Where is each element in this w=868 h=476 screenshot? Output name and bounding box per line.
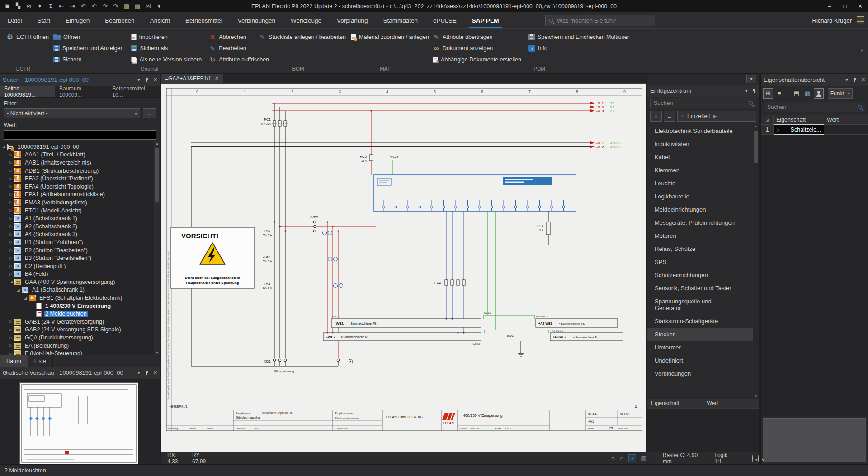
tree-item[interactable]: 1 400/230 V Einspeisung — [0, 302, 160, 310]
expander-icon[interactable]: ▷ — [777, 127, 780, 132]
menu-tab-verbindungen[interactable]: Verbindungen — [230, 12, 283, 28]
page-prev-icon[interactable]: ⇤ — [57, 3, 66, 9]
menu-tab-vorplanung[interactable]: Vorplanung — [329, 12, 375, 28]
list-item[interactable]: Spannungsquelle und Generator — [647, 295, 738, 315]
panel-close-icon[interactable]: ✕ — [153, 77, 157, 83]
sichern-button[interactable]: Sichern — [51, 54, 127, 65]
maximize-button[interactable]: □ — [837, 3, 853, 9]
table-corner[interactable]: ◢ — [761, 115, 774, 124]
tree-item[interactable]: ▷B4 (Feld) — [0, 270, 160, 278]
scroll-down-icon[interactable]: ▼ — [753, 394, 759, 398]
tree-item[interactable]: ▷B2 (Station "Bearbeiten") — [0, 246, 160, 254]
stueckliste-button[interactable]: Stückliste anlegen / bearbeiten — [256, 31, 349, 42]
close-button[interactable]: ✕ — [853, 3, 868, 9]
scrollbar-thumb[interactable] — [754, 131, 758, 163]
pin-icon[interactable] — [145, 370, 149, 376]
list-item[interactable]: Undefiniert — [647, 354, 759, 367]
menu-tab-bearbeiten[interactable]: Bearbeiten — [97, 12, 142, 28]
tree-item[interactable]: ◢EFS1 (Schaltplan Elektrotechnik) — [0, 294, 160, 302]
list-item[interactable]: Leuchte — [647, 177, 759, 190]
tree-item[interactable]: ▷AAA1 (Titel- / Deckblatt) — [0, 151, 160, 159]
home-button[interactable]: ⌂ — [650, 111, 662, 122]
properties-panel-titlebar[interactable]: Eigenschaftenübersicht ▾ ✕ — [761, 74, 868, 86]
column-header-wert[interactable]: Wert — [824, 115, 868, 124]
zoom-in-icon[interactable] — [752, 455, 753, 462]
menu-tab-werkzeuge[interactable]: Werkzeuge — [283, 12, 329, 28]
tab-seiten[interactable]: Seiten - 100009819... — [0, 86, 55, 97]
tab-bauraum[interactable]: Bauraum - 100009... — [55, 86, 108, 97]
category-list[interactable]: Elektrotechnik Sonderbauteile Induktivit… — [647, 124, 759, 399]
table-left-icon[interactable]: ▦ — [122, 3, 131, 9]
property-cell-selected[interactable]: ▷ Schaltzeic... — [774, 124, 824, 135]
minimize-button[interactable]: – — [822, 3, 837, 9]
list-item-selected[interactable]: Stecker — [647, 328, 759, 341]
tree-item[interactable]: ▷EFA4 (Übersicht Topologie) — [0, 183, 160, 191]
copy-page-button[interactable]: ▤ — [792, 88, 801, 99]
table-close-icon[interactable]: ☒ — [144, 3, 153, 9]
paste-page-button[interactable]: ▥ — [803, 88, 812, 99]
list-item[interactable]: Meldeeinrichtungen — [647, 203, 759, 216]
column-header-eigenschaft[interactable]: Eigenschaft — [647, 399, 703, 408]
back-button[interactable]: ← — [664, 111, 675, 122]
list-item[interactable]: SPS — [647, 255, 759, 269]
filter-dropdown[interactable]: - Nicht aktiviert - ▾ — [4, 108, 140, 118]
list-item[interactable]: Elektrotechnik Sonderbauteile — [647, 124, 759, 137]
speichern-und-anzeigen-button[interactable]: Speichern und Anzeigen — [51, 42, 127, 54]
menu-tab-start[interactable]: Start — [30, 12, 58, 28]
preview-panel-titlebar[interactable]: Grafische Vorschau - 1000098191-epl-000_… — [0, 367, 160, 379]
menu-tab-betriebsmittel[interactable]: Betriebsmittel — [178, 12, 230, 28]
material-zuordnen-button[interactable]: Material zuordnen / anlegen — [348, 31, 432, 42]
table-row[interactable]: 1 ▷ Schaltzeic... — [761, 124, 868, 135]
document-tab[interactable]: =GAA+A1&EFS1/1 ✕ — [161, 74, 223, 83]
tab-betriebsmittel[interactable]: Betriebsmittel - 10... — [108, 86, 160, 97]
tree-item[interactable]: ▷A1 (Schaltschrank 1) — [0, 214, 160, 222]
column-header-wert[interactable]: Wert — [703, 399, 760, 408]
value-cell[interactable] — [824, 124, 868, 135]
tree-item[interactable]: ▷B3 (Station "Bereitstellen") — [0, 254, 160, 262]
tree-item[interactable]: ▷EPA1 (Artikelsummenstückliste) — [0, 191, 160, 199]
pin-icon[interactable] — [853, 77, 857, 83]
redo-marker-icon[interactable]: ↷ — [111, 3, 120, 9]
import-box-icon[interactable]: ↧ — [46, 3, 55, 9]
panel-dropdown-icon[interactable]: ▾ — [137, 370, 140, 376]
grid-toggle-icon[interactable]: ▦ — [641, 455, 646, 462]
menu-tab-sap-plm[interactable]: SAP PLM — [464, 12, 507, 28]
undo-marker-icon[interactable]: ↶ — [79, 3, 88, 9]
menu-tab-ansicht[interactable]: Ansicht — [142, 12, 178, 28]
tree-item[interactable]: ◢A1 (Schaltschrank 1) — [0, 286, 160, 294]
zoom-out-icon[interactable] — [758, 455, 759, 462]
pin-icon[interactable] — [752, 88, 756, 94]
schematic-canvas[interactable]: 0 1 2 3 4 5 6 7 8 9 Die Weitergabe sowie… — [161, 84, 646, 452]
page-thumbnail[interactable] — [19, 382, 138, 465]
insert-center-titlebar[interactable]: Einfügezentrum ▾ — [647, 85, 759, 97]
user-name[interactable]: Richard Krüger — [812, 12, 852, 28]
tab-baum[interactable]: Baum — [0, 355, 28, 367]
list-item[interactable]: Sensorik, Schalter und Taster — [647, 282, 759, 295]
panel-dropdown-icon[interactable]: ▾ — [137, 77, 140, 83]
abhaengige-dokumente-button[interactable]: Abhängige Dokumente erstellen — [430, 54, 524, 65]
panel-dropdown-icon[interactable]: ▾ — [845, 77, 848, 83]
tree-item[interactable]: ▷EMA3 (Verbindungsliste) — [0, 198, 160, 207]
plugin-icon[interactable]: ▚ — [14, 3, 23, 9]
column-header-eigenschaft[interactable]: Eigenschaft — [774, 115, 824, 124]
tree-item[interactable]: ▷A4 (Schaltschrank 3) — [0, 231, 160, 239]
pages-panel-titlebar[interactable]: Seiten - 1000098191-epl-000_00 ▾ ✕ — [0, 74, 160, 86]
tree-item[interactable]: ▷EFA2 (Übersicht "Profinet") — [0, 174, 160, 183]
oeffnen-button[interactable]: Öffnen — [51, 31, 127, 42]
filter-more-button[interactable]: ... — [143, 108, 156, 118]
search-input[interactable]: Was möchten Sie tun? — [545, 15, 655, 26]
tree-item[interactable]: ◢GAA (400 V Spannungsversorgung) — [0, 278, 160, 286]
list-item[interactable]: Umformer — [647, 341, 759, 354]
table-right-icon[interactable]: ▥ — [133, 3, 142, 9]
tree-item[interactable]: ▷B1 (Station "Zuführen") — [0, 238, 160, 246]
properties-more-button[interactable]: ... — [856, 88, 866, 99]
list-scrollbar[interactable]: ▲ ▼ — [753, 124, 759, 399]
wert-input[interactable] — [4, 130, 156, 140]
logic-scale-indicator[interactable]: Logik 1:1 — [714, 452, 734, 465]
list-item[interactable]: Starkstrom-Schaltgeräte — [647, 315, 759, 328]
tree-item-selected[interactable]: 2 Meldeleuchten — [0, 310, 160, 318]
menu-tab-epulse[interactable]: ePULSE — [425, 12, 464, 28]
tab-liste[interactable]: Liste — [28, 355, 53, 367]
tree-item[interactable]: ▷AAB1 (Inhaltsverzeich nis) — [0, 159, 160, 167]
user-workspace-icon[interactable] — [857, 16, 864, 24]
